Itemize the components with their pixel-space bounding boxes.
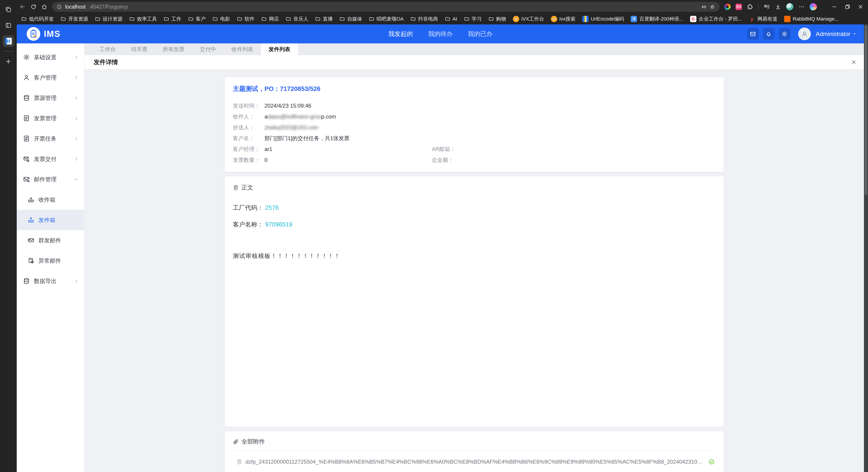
minimize-icon[interactable] [831, 4, 837, 10]
sidebar-item[interactable]: 客户管理 [17, 67, 84, 88]
bookmark-item[interactable]: 设计资源 [95, 15, 123, 22]
address-bar[interactable]: localhost:45427/Forguncy [52, 2, 720, 12]
tab[interactable]: 所有发票 [155, 43, 192, 55]
user-avatar[interactable] [798, 28, 811, 40]
toolbar-extensions: 文A [724, 3, 817, 10]
tab[interactable]: 交付中 [192, 43, 224, 55]
page-scrollbar[interactable] [864, 24, 868, 472]
folder-icon [213, 16, 218, 22]
tab[interactable]: 收件列表 [224, 43, 261, 55]
bookmark-item[interactable]: 抖音电商 [410, 15, 438, 22]
bookmark-item[interactable]: vx iVX工作台 [513, 15, 544, 22]
bookmark-item[interactable]: 电影 [213, 15, 230, 22]
refresh-icon[interactable] [30, 4, 37, 10]
bookmark-item[interactable]: 开发资源 [61, 15, 88, 22]
bookmark-item[interactable]: 软件 [237, 15, 254, 22]
favorite-star-icon[interactable] [710, 4, 715, 10]
attachments-header: 全部附件 [233, 438, 716, 445]
bookmark-item[interactable]: RabbitMQ Manage... [784, 16, 839, 22]
file-icon [237, 459, 242, 465]
bookmark-item[interactable]: 译 百度翻译-200种语... [631, 15, 683, 22]
bookmark-item[interactable]: 网店 [261, 15, 279, 22]
bookmark-item[interactable]: y 网易有道 [749, 15, 777, 22]
scrollbar-thumb[interactable] [865, 25, 867, 195]
mail-error-icon [28, 257, 34, 264]
header-nav-item[interactable]: 我的已办 [468, 30, 492, 38]
mail-button[interactable] [747, 28, 759, 40]
bookmark-item[interactable]: vx ivx搜索 [551, 15, 576, 22]
url-path: :45427/Forguncy [89, 4, 128, 10]
tab[interactable]: 工作台 [92, 43, 123, 55]
sidebar-item[interactable]: 开票任务 [17, 128, 84, 149]
sidebar-item[interactable]: 发件箱 [17, 210, 84, 230]
bookmark-item[interactable]: 购物 [489, 15, 506, 22]
site-info-icon[interactable] [57, 4, 62, 9]
home-icon[interactable] [41, 4, 48, 10]
bookmark-item[interactable]: 唱吧麦颂OA [369, 15, 404, 22]
attachment-item[interactable]: dzfp_2431200000112725504_%E4%B8%8A%E6%B5… [233, 457, 716, 467]
sidebar-item[interactable]: 发票管理 [17, 108, 84, 128]
active-browser-tab[interactable]: H [2, 35, 14, 47]
sidebar-item[interactable]: 票源管理 [17, 88, 84, 108]
restore-icon[interactable] [844, 4, 850, 10]
new-tab-icon[interactable] [2, 56, 14, 67]
copilot-icon[interactable] [810, 3, 817, 10]
bookmark-item[interactable]: G 企业工作台 - 罗田... [690, 15, 742, 22]
bookmark-item[interactable]: 音乐人 [286, 15, 308, 22]
sidebar-item[interactable]: 异常邮件 [17, 250, 84, 271]
chevright-icon [74, 279, 79, 283]
page-header: 发件详情 [85, 55, 864, 70]
extensions-puzzle-icon[interactable] [747, 4, 753, 10]
tab-divider [3, 51, 13, 52]
notifications-button[interactable] [763, 28, 775, 40]
sidebar-item[interactable]: 发票交付 [17, 149, 84, 169]
folder-icon [164, 16, 169, 22]
bookmark-item[interactable]: 低代码开发 [21, 15, 54, 22]
browser-profile-avatar[interactable] [786, 3, 794, 10]
header-nav-item[interactable]: 我的待办 [428, 30, 453, 38]
folder-icon [261, 16, 267, 22]
folder-icon [315, 16, 320, 22]
bookmark-item[interactable]: 工作 [164, 15, 181, 22]
body-section-header: 正文 [233, 184, 716, 191]
ims-logo-icon [27, 27, 40, 41]
user-menu[interactable]: Administrator [816, 31, 857, 37]
tab-panel-icon[interactable] [2, 20, 14, 31]
favorites-bar-icon[interactable] [764, 4, 770, 10]
sidebar: 基础设置 客户管理 票源管理 [17, 43, 85, 472]
bookmark-item[interactable]: 学习 [464, 15, 482, 22]
tab-bar: 工作台 待开票 所有发票 交付中 收件列表 发件列 [85, 43, 864, 55]
app-header: IMS 我发起的我的待办我的已办 Administrator [17, 24, 864, 43]
read-aloud-icon[interactable] [701, 4, 706, 10]
bookmark-item[interactable]: UrlEncode编码 [582, 15, 624, 22]
folder-icon [237, 16, 242, 22]
settings-ellipsis-icon[interactable] [798, 4, 805, 10]
bookmark-item[interactable]: AI [445, 16, 457, 22]
sidebar-item[interactable]: 数据导出 [17, 271, 84, 291]
sidebar-item[interactable]: 邮件管理 [17, 169, 84, 189]
chevright-icon [74, 136, 79, 141]
back-icon[interactable] [20, 4, 26, 10]
bookmark-item[interactable]: 客户 [188, 15, 206, 22]
user-name: Administrator [816, 31, 850, 37]
downloads-icon[interactable] [775, 4, 781, 10]
attachments-card: 全部附件 dzfp_2431200000112725504_%E4%B8%8A%… [224, 431, 724, 472]
workspaces-icon[interactable] [2, 4, 14, 15]
success-check-icon [708, 459, 715, 465]
sidebar-item[interactable]: 基础设置 [17, 47, 84, 67]
tab[interactable]: 待开票 [123, 43, 155, 55]
close-detail-icon[interactable] [851, 59, 857, 65]
sidebar-item[interactable]: 收件箱 [17, 189, 84, 210]
attachment-filename: dzfp_2431200000112725504_%E4%B8%8A%E6%B5… [246, 459, 705, 465]
sidebar-item[interactable]: 群发邮件 [17, 230, 84, 250]
bookmark-item[interactable]: 自媒体 [340, 15, 362, 22]
bookmark-item[interactable]: 效率工具 [129, 15, 157, 22]
color-wheel-extension-icon[interactable] [724, 4, 731, 10]
close-window-icon[interactable] [858, 4, 864, 10]
tab[interactable]: 发件列表 [261, 43, 298, 55]
bookmark-item[interactable]: 直播 [315, 15, 333, 22]
header-nav-item[interactable]: 我发起的 [388, 30, 413, 38]
bookmarks-bar: 低代码开发 开发资源 设计资源 效率工具 工作 [17, 13, 868, 24]
translate-extension-icon[interactable]: 文A [736, 4, 742, 10]
settings-button[interactable] [779, 28, 790, 40]
